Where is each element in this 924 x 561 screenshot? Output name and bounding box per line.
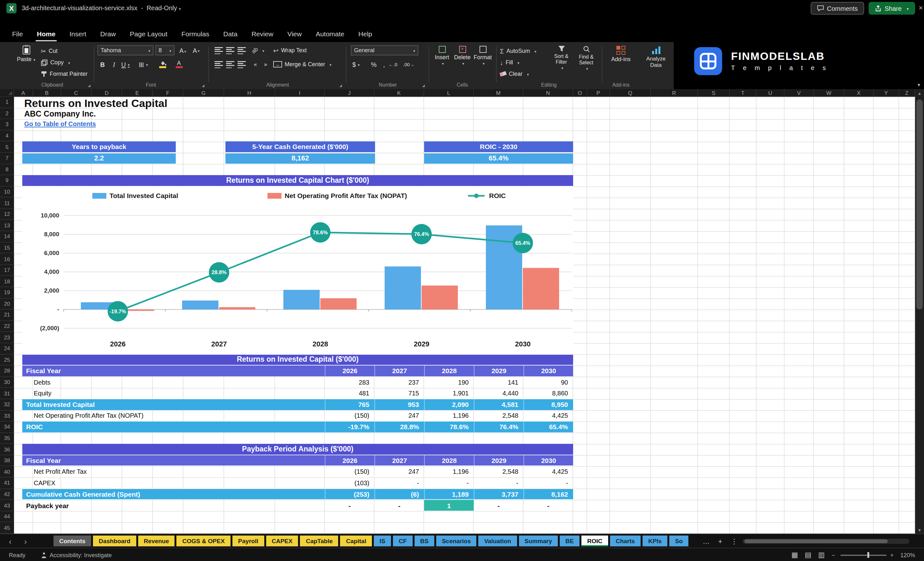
- row-header-38[interactable]: 38: [0, 455, 14, 466]
- insert-cells-button[interactable]: Insert▾: [432, 46, 452, 66]
- row-header-33[interactable]: 33: [0, 410, 14, 422]
- sheet-tab-roic[interactable]: ROIC: [581, 536, 608, 546]
- cell-value[interactable]: 481: [325, 388, 375, 399]
- column-header-Q[interactable]: Q: [610, 89, 651, 97]
- cell-value[interactable]: -19.7%: [325, 422, 375, 432]
- row-header-32[interactable]: 32: [0, 399, 14, 410]
- row-header-15[interactable]: 15: [0, 242, 14, 254]
- row-header-17[interactable]: 17: [0, 265, 14, 276]
- cell-value[interactable]: 283: [325, 376, 375, 387]
- row-header-16[interactable]: 16: [0, 254, 14, 265]
- orientation-button[interactable]: ab▾: [252, 45, 264, 56]
- cell-value[interactable]: 8,860: [524, 388, 573, 399]
- page-break-view-button[interactable]: ▥: [816, 548, 826, 561]
- grow-font-button[interactable]: A▴: [178, 45, 188, 56]
- menu-tab-insert[interactable]: Insert: [62, 26, 93, 42]
- shrink-font-button[interactable]: A▾: [191, 45, 201, 56]
- cell-value[interactable]: 247: [375, 466, 424, 477]
- row-header-4[interactable]: 4: [0, 130, 14, 142]
- cell-value[interactable]: 3,737: [474, 489, 524, 499]
- row-header-45[interactable]: 45: [0, 522, 14, 534]
- format-cells-button[interactable]: Format▾: [473, 46, 492, 66]
- column-header-L[interactable]: L: [424, 89, 474, 97]
- sheet-tab-bs[interactable]: BS: [414, 536, 434, 546]
- menu-tab-automate[interactable]: Automate: [309, 26, 351, 42]
- row-header-23[interactable]: 23: [0, 332, 14, 343]
- row-header-11[interactable]: 11: [0, 198, 14, 209]
- year-header[interactable]: 2030: [524, 366, 573, 376]
- column-header-F[interactable]: F: [153, 89, 183, 97]
- row-header-14[interactable]: 14: [0, 231, 14, 242]
- sheet-grid[interactable]: Returns on Invested CapitalABC Company I…: [14, 97, 915, 534]
- sheet-tab-scenarios[interactable]: Scenarios: [436, 536, 477, 546]
- cell-value[interactable]: 237: [375, 376, 424, 387]
- increase-decimal-button[interactable]: ←.0: [388, 59, 398, 69]
- horizontal-scroll-thumb[interactable]: [744, 539, 888, 543]
- analyze-data-button[interactable]: Analyze Data: [640, 46, 672, 69]
- add-ins-button[interactable]: Add-ins: [607, 46, 635, 63]
- bold-button[interactable]: B: [98, 59, 108, 69]
- column-header-W[interactable]: W: [814, 89, 844, 97]
- cell-value[interactable]: 141: [474, 376, 524, 387]
- page-layout-view-button[interactable]: ▤: [803, 548, 813, 561]
- menu-tab-home[interactable]: Home: [30, 26, 62, 42]
- column-header-T[interactable]: T: [730, 89, 756, 97]
- sheet-tab-captable[interactable]: CapTable: [300, 536, 339, 546]
- fill-color-button[interactable]: [157, 59, 168, 69]
- cell-value[interactable]: 65.4%: [524, 422, 573, 432]
- column-header-R[interactable]: R: [651, 89, 698, 97]
- close-button[interactable]: ×: [915, 0, 924, 15]
- row-header-19[interactable]: 19: [0, 287, 14, 298]
- scroll-down-icon[interactable]: ▼: [915, 526, 924, 534]
- align-center-icon[interactable]: [226, 61, 234, 68]
- column-header-N[interactable]: N: [524, 89, 573, 97]
- vertical-scroll-thumb[interactable]: [916, 99, 923, 309]
- row-header-31[interactable]: 31: [0, 388, 14, 399]
- cell-value[interactable]: 1,196: [424, 466, 474, 477]
- year-header[interactable]: 2027: [375, 366, 424, 376]
- row-header-18[interactable]: 18: [0, 276, 14, 287]
- share-button[interactable]: Share▾: [869, 2, 915, 15]
- year-header[interactable]: 2026: [325, 455, 375, 466]
- row-header-3[interactable]: 3: [0, 119, 14, 130]
- sort-filter-button[interactable]: Sort & Filter▾: [549, 45, 573, 71]
- borders-button[interactable]: ⊞▾: [138, 59, 148, 69]
- row-header-13[interactable]: 13: [0, 220, 14, 231]
- currency-format-button[interactable]: $▾: [351, 59, 361, 69]
- find-select-button[interactable]: Find & Select▾: [574, 45, 598, 72]
- row-header-20[interactable]: 20: [0, 298, 14, 309]
- underline-button[interactable]: U▾: [120, 59, 130, 69]
- column-header-C[interactable]: C: [61, 89, 92, 97]
- row-header-30[interactable]: 30: [0, 376, 14, 388]
- sheet-tab-kpis[interactable]: KPIs: [642, 536, 668, 546]
- sheet-tab-capital[interactable]: Capital: [340, 536, 372, 546]
- decrease-decimal-button[interactable]: .00→: [403, 59, 414, 69]
- cell-value[interactable]: 2,090: [424, 399, 474, 410]
- sheet-tab-charts[interactable]: Charts: [610, 536, 640, 546]
- cell-value[interactable]: 28.8%: [375, 422, 424, 432]
- row-header-1[interactable]: 1: [0, 97, 14, 108]
- cell-value[interactable]: 76.4%: [474, 422, 524, 432]
- column-header-O[interactable]: O: [573, 89, 587, 97]
- cell-value[interactable]: -: [524, 478, 573, 488]
- sheet-tab-summary[interactable]: Summary: [519, 536, 558, 546]
- cell-value[interactable]: (150): [325, 466, 375, 477]
- font-dialog-launcher[interactable]: ◢: [202, 83, 204, 87]
- accessibility-status[interactable]: Accessibility: Investigate: [41, 548, 112, 561]
- select-all-corner[interactable]: [0, 89, 14, 97]
- menu-tab-help[interactable]: Help: [351, 26, 379, 42]
- row-header-35[interactable]: 35: [0, 433, 14, 444]
- alignment-dialog-launcher[interactable]: ◢: [339, 83, 342, 87]
- column-header-U[interactable]: U: [756, 89, 784, 97]
- row-header-5[interactable]: 5: [0, 142, 14, 153]
- cell-value[interactable]: 765: [325, 399, 375, 410]
- sheet-tab-revenue[interactable]: Revenue: [138, 536, 175, 546]
- cell-value[interactable]: -: [375, 478, 424, 488]
- row-header-10[interactable]: 10: [0, 186, 14, 197]
- sheet-tab-dashboard[interactable]: Dashboard: [93, 536, 136, 546]
- sheet-tab-contents[interactable]: Contents: [54, 536, 91, 546]
- sheet-tab-valuation[interactable]: Valuation: [478, 536, 517, 546]
- year-header[interactable]: 2029: [474, 366, 524, 376]
- cell-value[interactable]: 2,548: [474, 466, 524, 477]
- cell-value[interactable]: 4,425: [524, 466, 573, 477]
